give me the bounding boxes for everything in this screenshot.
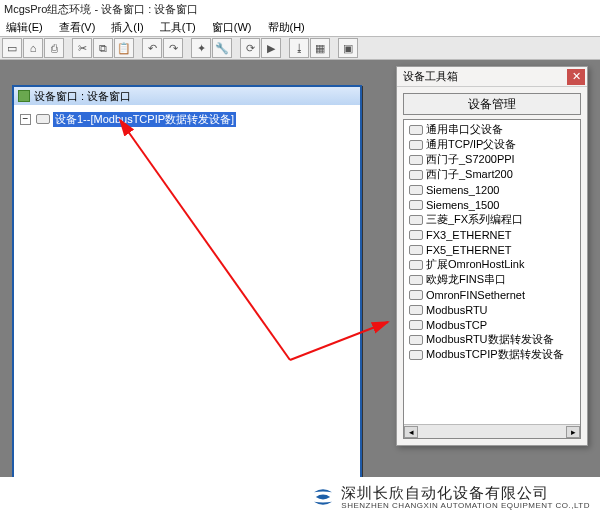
device-item-label: 扩展OmronHostLink bbox=[426, 257, 524, 272]
device-item-label: 三菱_FX系列编程口 bbox=[426, 212, 523, 227]
device-list-item[interactable]: 西门子_Smart200 bbox=[406, 167, 578, 182]
tree-root-label[interactable]: 设备1--[ModbusTCPIP数据转发设备] bbox=[53, 112, 236, 127]
device-child-window: 设备窗口 : 设备窗口 − 设备1--[ModbusTCPIP数据转发设备] bbox=[12, 85, 362, 505]
device-list-item[interactable]: 通用串口父设备 bbox=[406, 122, 578, 137]
device-list-item[interactable]: Siemens_1200 bbox=[406, 182, 578, 197]
device-item-icon bbox=[409, 335, 423, 345]
device-item-label: ModbusRTU bbox=[426, 304, 488, 316]
device-item-icon bbox=[409, 170, 423, 180]
menu-bar: 编辑(E) 查看(V) 插入(I) 工具(T) 窗口(W) 帮助(H) bbox=[0, 18, 600, 36]
device-toolbox: 设备工具箱 ✕ 设备管理 通用串口父设备通用TCP/IP父设备西门子_S7200… bbox=[396, 66, 588, 446]
menu-edit[interactable]: 编辑(E) bbox=[2, 20, 47, 35]
device-item-label: ModbusTCP bbox=[426, 319, 487, 331]
child-window-titlebar[interactable]: 设备窗口 : 设备窗口 bbox=[14, 87, 360, 105]
menu-window[interactable]: 窗口(W) bbox=[208, 20, 256, 35]
device-item-icon bbox=[409, 320, 423, 330]
device-item-label: ModbusRTU数据转发设备 bbox=[426, 332, 554, 347]
menu-view[interactable]: 查看(V) bbox=[55, 20, 100, 35]
tb-undo-icon[interactable]: ↶ bbox=[142, 38, 162, 58]
tb-download-icon[interactable]: ⭳ bbox=[289, 38, 309, 58]
device-item-icon bbox=[409, 215, 423, 225]
toolbox-title: 设备工具箱 bbox=[403, 69, 458, 84]
tb-copy-icon[interactable]: ⧉ bbox=[93, 38, 113, 58]
device-list-item[interactable]: ModbusTCP bbox=[406, 317, 578, 332]
menu-help[interactable]: 帮助(H) bbox=[264, 20, 309, 35]
device-list-item[interactable]: 通用TCP/IP父设备 bbox=[406, 137, 578, 152]
device-item-icon bbox=[409, 125, 423, 135]
device-item-icon bbox=[409, 260, 423, 270]
device-item-icon bbox=[409, 245, 423, 255]
device-list-item[interactable]: FX5_ETHERNET bbox=[406, 242, 578, 257]
device-list-item[interactable]: OmronFINSethernet bbox=[406, 287, 578, 302]
device-node-icon bbox=[36, 114, 50, 124]
device-item-label: OmronFINSethernet bbox=[426, 289, 525, 301]
child-window-title: 设备窗口 : 设备窗口 bbox=[34, 89, 131, 104]
device-item-label: FX5_ETHERNET bbox=[426, 244, 512, 256]
device-item-label: Siemens_1500 bbox=[426, 199, 499, 211]
device-list-item[interactable]: 扩展OmronHostLink bbox=[406, 257, 578, 272]
tb-device-icon[interactable]: ▦ bbox=[310, 38, 330, 58]
menu-insert[interactable]: 插入(I) bbox=[107, 20, 147, 35]
branding-footer: 深圳长欣自动化设备有限公司 SHENZHEN CHANGXIN AUTOMATI… bbox=[0, 477, 600, 517]
device-manage-button[interactable]: 设备管理 bbox=[403, 93, 581, 115]
device-item-icon bbox=[409, 140, 423, 150]
device-item-label: Siemens_1200 bbox=[426, 184, 499, 196]
device-list[interactable]: 通用串口父设备通用TCP/IP父设备西门子_S7200PPI西门子_Smart2… bbox=[403, 119, 581, 439]
device-item-label: 欧姆龙FINS串口 bbox=[426, 272, 506, 287]
tb-print-icon[interactable]: ⎙ bbox=[44, 38, 64, 58]
tb-open-icon[interactable]: ⌂ bbox=[23, 38, 43, 58]
device-item-label: 通用串口父设备 bbox=[426, 122, 503, 137]
device-item-icon bbox=[409, 200, 423, 210]
tree-root-row[interactable]: − 设备1--[ModbusTCPIP数据转发设备] bbox=[20, 111, 354, 127]
horizontal-scrollbar[interactable]: ◂ ▸ bbox=[404, 424, 580, 438]
device-item-icon bbox=[409, 155, 423, 165]
device-list-item[interactable]: ModbusTCPIP数据转发设备 bbox=[406, 347, 578, 362]
tb-refresh-icon[interactable]: ⟳ bbox=[240, 38, 260, 58]
company-name-en: SHENZHEN CHANGXIN AUTOMATION EQUIPMENT C… bbox=[341, 501, 590, 510]
tb-paste-icon[interactable]: 📋 bbox=[114, 38, 134, 58]
window-title: McgsPro组态环境 - 设备窗口 : 设备窗口 bbox=[0, 0, 600, 18]
tb-play-icon[interactable]: ▶ bbox=[261, 38, 281, 58]
close-icon[interactable]: ✕ bbox=[567, 69, 585, 85]
company-name-cn: 深圳长欣自动化设备有限公司 bbox=[341, 484, 549, 501]
device-item-icon bbox=[409, 290, 423, 300]
scroll-right-icon[interactable]: ▸ bbox=[566, 426, 580, 438]
device-item-label: 通用TCP/IP父设备 bbox=[426, 137, 516, 152]
device-item-icon bbox=[409, 275, 423, 285]
device-item-label: FX3_ETHERNET bbox=[426, 229, 512, 241]
toolbar: ▭ ⌂ ⎙ ✂ ⧉ 📋 ↶ ↷ ✦ 🔧 ⟳ ▶ ⭳ ▦ ▣ bbox=[0, 36, 600, 60]
device-item-label: ModbusTCPIP数据转发设备 bbox=[426, 347, 564, 362]
device-list-item[interactable]: 三菱_FX系列编程口 bbox=[406, 212, 578, 227]
tb-settings-icon[interactable]: ✦ bbox=[191, 38, 211, 58]
tb-cut-icon[interactable]: ✂ bbox=[72, 38, 92, 58]
device-list-item[interactable]: ModbusRTU bbox=[406, 302, 578, 317]
tb-wrench-icon[interactable]: 🔧 bbox=[212, 38, 232, 58]
menu-tools[interactable]: 工具(T) bbox=[156, 20, 200, 35]
device-item-label: 西门子_S7200PPI bbox=[426, 152, 515, 167]
device-item-icon bbox=[409, 350, 423, 360]
tb-panel-icon[interactable]: ▣ bbox=[338, 38, 358, 58]
tree-collapse-icon[interactable]: − bbox=[20, 114, 31, 125]
device-item-icon bbox=[409, 305, 423, 315]
device-list-item[interactable]: 欧姆龙FINS串口 bbox=[406, 272, 578, 287]
device-list-item[interactable]: 西门子_S7200PPI bbox=[406, 152, 578, 167]
device-list-item[interactable]: ModbusRTU数据转发设备 bbox=[406, 332, 578, 347]
device-item-label: 西门子_Smart200 bbox=[426, 167, 513, 182]
company-logo-icon bbox=[311, 485, 335, 509]
device-item-icon bbox=[409, 185, 423, 195]
mdi-client: 设备窗口 : 设备窗口 − 设备1--[ModbusTCPIP数据转发设备] 设… bbox=[0, 60, 600, 477]
device-list-item[interactable]: Siemens_1500 bbox=[406, 197, 578, 212]
device-item-icon bbox=[409, 230, 423, 240]
scroll-left-icon[interactable]: ◂ bbox=[404, 426, 418, 438]
device-window-icon bbox=[18, 90, 30, 102]
tb-new-icon[interactable]: ▭ bbox=[2, 38, 22, 58]
device-list-item[interactable]: FX3_ETHERNET bbox=[406, 227, 578, 242]
tb-redo-icon[interactable]: ↷ bbox=[163, 38, 183, 58]
